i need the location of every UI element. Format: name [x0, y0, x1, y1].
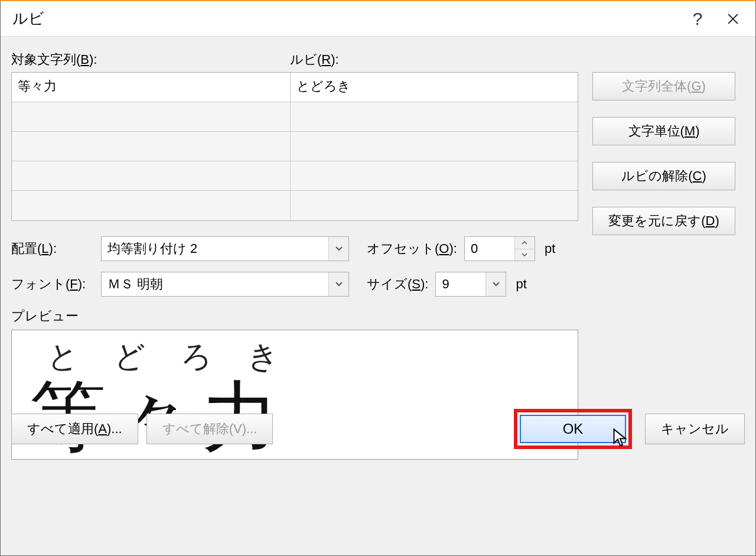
clear-ruby-button[interactable]: ルビの解除(C): [592, 162, 735, 190]
ruby-table-area: 対象文字列(B): ルビ(R): 等々力 とどろき: [11, 51, 578, 460]
table-row: [12, 102, 578, 132]
base-text-input[interactable]: [12, 191, 291, 220]
apply-all-button[interactable]: すべて適用(A)...: [11, 414, 138, 444]
alignment-value: 均等割り付け 2: [102, 240, 328, 258]
ruby-grid: 等々力 とどろき: [11, 72, 578, 221]
alignment-combo[interactable]: 均等割り付け 2: [101, 236, 349, 261]
side-button-column: 文字列全体(G) 文字単位(M) ルビの解除(C) 変更を元に戻す(D): [592, 51, 735, 460]
size-value: 9: [436, 277, 485, 292]
ruby-text-input[interactable]: [291, 191, 578, 220]
font-label: フォント(F):: [11, 275, 94, 293]
size-label: サイズ(S):: [367, 275, 428, 293]
titlebar: ルビ ?: [1, 1, 755, 37]
size-unit: pt: [516, 277, 526, 292]
ruby-text-input[interactable]: [291, 161, 578, 190]
cursor-icon: [612, 428, 628, 448]
ok-label: OK: [563, 421, 584, 437]
mono-unit-button[interactable]: 文字単位(M): [592, 117, 735, 145]
clear-all-button[interactable]: すべて解除(V)...: [146, 414, 273, 444]
dialog-title: ルビ: [12, 8, 680, 29]
spinner-up-icon[interactable]: [515, 237, 535, 249]
ruby-text-input[interactable]: [291, 132, 578, 161]
ruby-dialog: ルビ ? 対象文字列(B): ルビ(R): 等々力 とどろき: [0, 0, 756, 556]
ruby-text-input[interactable]: とどろき: [291, 73, 578, 102]
help-button[interactable]: ?: [680, 1, 715, 37]
table-row: 等々力 とどろき: [12, 73, 578, 102]
base-text-label: 対象文字列(B):: [11, 51, 290, 69]
close-button[interactable]: [715, 1, 751, 37]
chevron-down-icon: [328, 237, 348, 261]
offset-unit: pt: [545, 241, 555, 256]
preview-label: プレビュー: [11, 307, 578, 325]
dialog-body: 対象文字列(B): ルビ(R): 等々力 とどろき: [1, 37, 755, 460]
size-combo[interactable]: 9: [435, 272, 506, 297]
chevron-down-icon: [328, 272, 348, 296]
offset-spinner[interactable]: 0: [464, 236, 535, 261]
chevron-down-icon: [485, 272, 506, 296]
base-text-input[interactable]: [12, 102, 291, 131]
table-row: [12, 132, 578, 161]
base-text-input[interactable]: [12, 161, 291, 190]
close-icon: [726, 12, 739, 25]
preview-ruby-text: とどろき: [47, 336, 560, 378]
spinner-down-icon[interactable]: [515, 249, 535, 261]
whole-string-button[interactable]: 文字列全体(G): [592, 72, 735, 100]
offset-value: 0: [465, 241, 514, 256]
alignment-label: 配置(L):: [11, 240, 94, 258]
reset-changes-button[interactable]: 変更を元に戻す(D): [592, 207, 735, 235]
base-text-input[interactable]: [12, 132, 291, 161]
table-row: [12, 191, 578, 220]
base-text-input[interactable]: 等々力: [12, 73, 291, 102]
ruby-text-label: ルビ(R):: [290, 51, 339, 69]
cancel-button[interactable]: キャンセル: [645, 414, 745, 444]
ok-highlight: OK: [514, 409, 632, 449]
font-value: ＭＳ 明朝: [102, 275, 328, 293]
ok-button[interactable]: OK: [520, 415, 626, 443]
font-combo[interactable]: ＭＳ 明朝: [101, 272, 349, 297]
table-row: [12, 161, 578, 191]
ruby-text-input[interactable]: [291, 102, 578, 131]
offset-label: オフセット(O):: [367, 240, 457, 258]
bottom-bar: すべて適用(A)... すべて解除(V)... OK キャンセル: [11, 409, 745, 449]
